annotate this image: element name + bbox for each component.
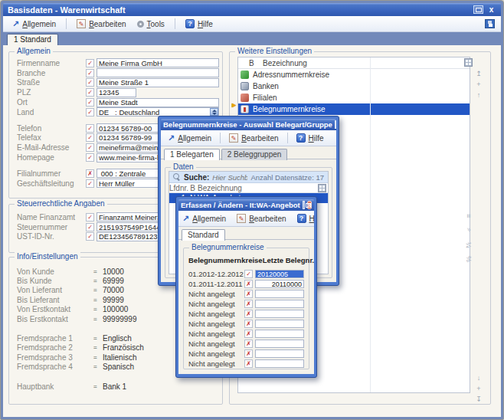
tab-belegarten[interactable]: 1 Belegarten <box>164 149 220 160</box>
letzte-belegnr-input[interactable] <box>255 340 304 348</box>
dialog1-tabs: 1 Belegarten 2 Beleggruppen <box>161 146 336 159</box>
dialog2-menu-hilfe[interactable]: ? Hilfe <box>296 213 314 224</box>
tab-standard-dialog2[interactable]: Standard <box>182 229 225 241</box>
restore-window-button[interactable] <box>473 5 483 14</box>
section-title: Belegnummernkreise <box>189 243 267 251</box>
fraction-icon[interactable]: ¼ <box>465 242 473 248</box>
letzte-belegnr-input[interactable] <box>255 330 304 338</box>
equals-icon: = <box>93 335 103 342</box>
search-small-icon[interactable]: ⌕ <box>464 228 473 234</box>
letzte-belegnr-input[interactable] <box>255 359 304 368</box>
letzte-belegnr-input[interactable] <box>255 349 304 358</box>
kreis-row: Nicht angelegt <box>187 359 306 369</box>
edit-x-icon <box>244 320 253 328</box>
letzte-belegnr-input[interactable] <box>255 320 304 328</box>
edit-x-icon <box>244 290 253 298</box>
grip-icon[interactable]: ≡ <box>465 214 473 220</box>
menu-hilfe[interactable]: ? Hilfe <box>182 18 216 29</box>
tree-item-belegnummernkreise[interactable]: Belegnummernkreise <box>238 103 470 115</box>
dialog1-title: Belegnummernkreise - Auswahl Belegart/Gr… <box>163 120 332 129</box>
equals-icon: = <box>93 277 103 284</box>
dialog2-title: Erfassen / Ändern - It:WA-Angebot <box>181 201 300 209</box>
equals-icon: = <box>93 268 103 275</box>
adressnummernkreise-icon <box>241 71 249 79</box>
letzte-belegnr-input[interactable] <box>255 280 304 288</box>
equals-icon: = <box>93 287 103 294</box>
edit-icon <box>229 133 238 143</box>
tree-item-banken[interactable]: Banken <box>238 80 470 92</box>
dialog2-body: ↗ Allgemein Bearbeiten ? Hilfe Standard … <box>178 211 314 374</box>
edit-check-icon <box>86 223 94 231</box>
edit-x-icon <box>244 359 253 368</box>
dialog1-titlebar: Belegnummernkreise - Auswahl Belegart/Gr… <box>161 119 336 130</box>
field-plz: PLZ <box>9 87 222 97</box>
section-title: Steuerrechtliche Angaben <box>15 199 107 208</box>
equals-icon: = <box>93 363 103 370</box>
main-toolbar: ↗ Allgemein Bearbeiten Tools ? Hilfe <box>3 16 501 32</box>
branche-input[interactable] <box>97 68 219 77</box>
menu-allgemein[interactable]: ↗ Allgemein <box>9 18 59 30</box>
tree-item-filialen[interactable]: Filialen <box>238 92 470 103</box>
restore-dialog-button[interactable] <box>303 201 305 209</box>
ort-input[interactable] <box>97 98 219 107</box>
dialog2-menu-bearbeiten[interactable]: Bearbeiten <box>235 213 287 224</box>
move-up-buttons: ↥ + ↑ <box>473 71 485 99</box>
edit-check-icon <box>86 88 94 97</box>
dialog1-menu-bearbeiten[interactable]: Bearbeiten <box>226 133 281 143</box>
tab-beleggruppen[interactable]: 2 Beleggruppen <box>221 149 288 160</box>
move-bottom-icon[interactable]: ↧ <box>476 396 482 403</box>
letzte-belegnr-input[interactable] <box>255 300 304 308</box>
column-options-icon[interactable] <box>318 184 326 192</box>
down-icon[interactable]: ↓ <box>477 375 481 382</box>
section-title: Daten <box>171 162 196 171</box>
dialog-erfassen-aendern: Erfassen / Ändern - It:WA-Angebot x ↗ Al… <box>175 196 317 378</box>
dialog1-menu-allgemein[interactable]: ↗ Allgemein <box>165 133 214 144</box>
kreis-row: Nicht angelegt <box>187 339 306 349</box>
help-icon: ? <box>185 19 195 28</box>
search-input[interactable] <box>212 173 247 182</box>
dialog1-menu-hilfe[interactable]: ? Hilfe <box>293 133 327 143</box>
column-options-icon[interactable] <box>464 58 473 67</box>
firmenname-input[interactable] <box>97 58 219 67</box>
edit-check-icon <box>86 98 94 107</box>
close-window-button[interactable]: x <box>486 5 496 14</box>
edit-check-icon <box>244 270 253 278</box>
tree-item-adressnummernkreise[interactable]: Adressnummernkreise <box>238 69 470 80</box>
edit-x-icon <box>244 300 253 308</box>
menu-bearbeiten[interactable]: Bearbeiten <box>74 18 129 29</box>
percent-icon[interactable]: % <box>465 256 473 262</box>
edit-icon <box>237 214 246 223</box>
kreis-row: 01.2011-12.2011 <box>187 279 306 289</box>
tab-standard[interactable]: 1 Standard <box>7 34 58 45</box>
move-top-icon[interactable]: ↥ <box>476 71 482 77</box>
kreis-row: 01.2012-12.2012 <box>187 269 306 279</box>
strasse-input[interactable] <box>97 78 219 87</box>
toolbar-separator <box>175 18 175 29</box>
edit-x-icon <box>244 280 253 288</box>
menu-tools[interactable]: Tools <box>134 19 168 29</box>
info-row: Hauptbank=Bank 1 <box>9 382 222 391</box>
edit-x-icon <box>86 169 94 178</box>
ustid-input[interactable] <box>97 232 167 241</box>
edit-check-icon <box>86 153 94 162</box>
up-icon[interactable]: ↑ <box>477 92 481 99</box>
letzte-belegnr-input[interactable] <box>255 270 304 278</box>
letzte-belegnr-input[interactable] <box>255 310 304 318</box>
field-branche: Branche <box>9 68 222 78</box>
equals-icon: = <box>93 306 103 313</box>
dialog2-menu-allgemein[interactable]: ↗ Allgemein <box>181 213 227 225</box>
move-up-icon[interactable]: + <box>476 81 480 88</box>
letzte-belegnr-input[interactable] <box>255 290 304 298</box>
plz-input[interactable] <box>97 88 136 97</box>
window-title: Basisdaten - Warenwirtschaft <box>8 5 126 15</box>
restore-dialog-button[interactable] <box>335 120 336 129</box>
move-down-icon[interactable]: + <box>476 386 480 392</box>
save-icon[interactable] <box>485 19 495 28</box>
section-title: Allgemein <box>15 47 53 55</box>
equals-icon: = <box>93 344 103 351</box>
dialog2-titlebar: Erfassen / Ändern - It:WA-Angebot x <box>178 199 314 211</box>
spinner-icon[interactable] <box>210 108 218 116</box>
steuernummer-input[interactable] <box>97 222 167 231</box>
edit-check-icon <box>86 213 94 221</box>
edit-check-icon <box>86 232 94 241</box>
